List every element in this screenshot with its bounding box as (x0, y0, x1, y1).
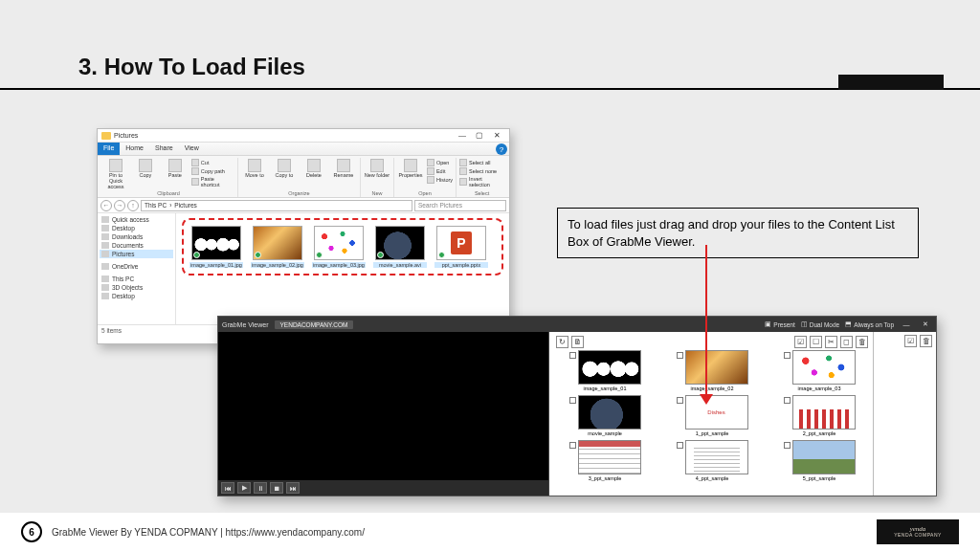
checkbox[interactable] (569, 397, 576, 404)
instruction-callout: To load files just drag and drop your fi… (557, 208, 919, 258)
minimize-button[interactable]: — (900, 321, 913, 328)
tab-file[interactable]: File (98, 143, 120, 155)
file-item[interactable]: image_sample_01.jpg (189, 226, 243, 268)
checkbox[interactable] (784, 352, 791, 359)
right-panel: ☑ 🗑 (873, 332, 936, 496)
footer: 6 GrabMe Viewer By YENDA COPMANY | https… (0, 513, 980, 551)
stop-button[interactable]: ⏹ (270, 482, 283, 494)
sync-check-icon (316, 252, 323, 258)
play-button[interactable]: ▶ (237, 482, 251, 494)
maximize-button[interactable]: ▢ (471, 129, 488, 142)
search-input[interactable]: Search Pictures (414, 200, 506, 211)
pin-button[interactable]: Pin to Quick access (102, 159, 129, 189)
breadcrumb[interactable]: This PC (145, 202, 167, 209)
crop-icon[interactable]: ✂ (825, 336, 837, 348)
star-icon (101, 216, 109, 223)
frame-icon[interactable]: ◻ (840, 336, 853, 348)
checkbox[interactable] (569, 352, 576, 359)
ribbon-group-caption: Open (397, 189, 453, 197)
delete-button[interactable]: Delete (301, 159, 327, 179)
check-all-icon[interactable]: ☑ (794, 336, 807, 348)
close-button[interactable]: ✕ (919, 320, 932, 328)
back-button[interactable]: ← (100, 200, 112, 211)
new-folder-button[interactable]: New folder (364, 159, 390, 179)
history-button[interactable]: History (427, 176, 453, 184)
pictures-icon (101, 251, 109, 257)
list-item[interactable]: 4_ppt_sample (663, 440, 761, 481)
gv-titlebar: GrabMe Viewer YENDACOMPANY.COM ▣ Present… (218, 317, 936, 332)
paste-button[interactable]: Paste (162, 159, 189, 179)
paste-shortcut-button[interactable]: Paste shortcut (191, 176, 234, 188)
doc-icon[interactable]: 🗎 (571, 336, 584, 348)
explorer-title: Pictures (114, 132, 138, 139)
sidebar-item-pictures[interactable]: Pictures (100, 250, 173, 258)
tab-home[interactable]: Home (120, 143, 149, 155)
list-item[interactable]: 3_ppt_sample (556, 440, 654, 481)
list-item[interactable]: image_sample_01 (556, 350, 654, 391)
selection-box: image_sample_01.jpg image_sample_02.jpg … (182, 218, 503, 276)
sidebar-item-quick-access[interactable]: Quick access (100, 215, 173, 224)
open-button[interactable]: Open (427, 159, 453, 166)
checkbox[interactable] (677, 442, 683, 449)
invert-selection-button[interactable]: Invert selection (459, 176, 504, 188)
list-item[interactable]: movie_sample (556, 395, 654, 436)
copy-button[interactable]: Copy (132, 159, 159, 179)
edit-button[interactable]: Edit (427, 167, 453, 175)
properties-button[interactable]: Properties (397, 159, 424, 179)
copy-to-button[interactable]: Copy to (271, 159, 298, 179)
checkbox[interactable] (569, 442, 576, 449)
sidebar-item-3d-objects[interactable]: 3D Objects (100, 283, 173, 292)
pause-button[interactable]: ⏸ (254, 482, 267, 494)
trash-icon[interactable]: 🗑 (920, 335, 932, 347)
check-all-icon[interactable]: ☑ (904, 335, 917, 347)
cut-button[interactable]: Cut (191, 159, 234, 166)
select-all-button[interactable]: Select all (459, 159, 504, 166)
minimize-button[interactable]: — (454, 129, 471, 142)
list-item[interactable]: image_sample_02 (663, 350, 761, 391)
checkbox[interactable] (784, 397, 791, 404)
breadcrumb[interactable]: Pictures (174, 202, 196, 209)
sidebar-item-downloads[interactable]: Downloads (100, 232, 173, 241)
sidebar-item-desktop[interactable]: Desktop (100, 292, 173, 300)
pc-icon (101, 276, 109, 282)
select-none-button[interactable]: Select none (459, 167, 504, 175)
checkbox[interactable] (677, 397, 683, 404)
nav-pane: Quick access Desktop Downloads Documents… (98, 213, 176, 324)
file-pane[interactable]: image_sample_01.jpg image_sample_02.jpg … (176, 213, 509, 324)
tab-view[interactable]: View (179, 143, 205, 155)
copy-path-button[interactable]: Copy path (191, 167, 234, 175)
file-item[interactable]: image_sample_02.jpg (251, 226, 304, 268)
sidebar-item-onedrive[interactable]: OneDrive (100, 262, 173, 271)
first-button[interactable]: ⏮ (221, 482, 234, 494)
file-item[interactable]: ppt_sample.pptx (434, 226, 488, 268)
address-bar[interactable]: This PC › Pictures (141, 200, 412, 211)
sidebar-item-desktop[interactable]: Desktop (100, 224, 173, 232)
up-button[interactable]: ↑ (127, 200, 139, 211)
forward-button[interactable]: → (114, 200, 125, 211)
checkbox[interactable] (784, 442, 791, 449)
last-button[interactable]: ⏭ (286, 482, 300, 494)
help-icon[interactable]: ? (496, 143, 507, 155)
dual-mode-toggle[interactable]: ◫ Dual Mode (801, 320, 839, 328)
rotate-icon[interactable]: ↻ (556, 336, 568, 348)
sidebar-item-documents[interactable]: Documents (100, 241, 173, 250)
present-toggle[interactable]: ▣ Present (765, 320, 794, 328)
file-item[interactable]: image_sample_03.jpg (312, 226, 366, 268)
yenda-logo: yenda YENDA COMPANY (877, 519, 959, 544)
ribbon: Pin to Quick access Copy Paste Cut Copy … (98, 156, 509, 198)
always-on-top-toggle[interactable]: ⬒ Always on Top (845, 320, 894, 328)
list-item[interactable]: 2_ppt_sample (770, 395, 868, 436)
list-item[interactable]: image_sample_03 (770, 350, 868, 391)
tab-share[interactable]: Share (149, 143, 179, 155)
rename-button[interactable]: Rename (330, 159, 357, 179)
close-button[interactable]: ✕ (488, 129, 505, 142)
move-to-button[interactable]: Move to (241, 159, 268, 179)
trash-icon[interactable]: 🗑 (856, 336, 868, 348)
sidebar-item-this-pc[interactable]: This PC (100, 275, 173, 283)
uncheck-icon[interactable]: ☐ (810, 336, 822, 348)
content-list-box[interactable]: ↻ 🗎 ☑ ☐ ✂ ◻ 🗑 image_sample_01 image_samp… (549, 332, 873, 496)
file-item[interactable]: movie_sample.avi (373, 226, 427, 268)
cloud-icon (101, 263, 109, 270)
checkbox[interactable] (677, 352, 683, 359)
list-item[interactable]: 5_ppt_sample (770, 440, 868, 481)
